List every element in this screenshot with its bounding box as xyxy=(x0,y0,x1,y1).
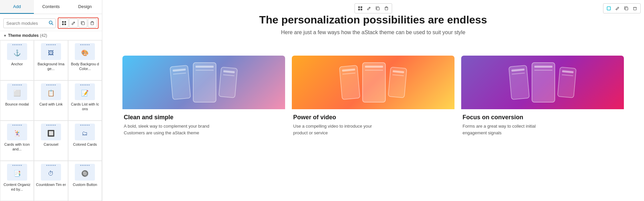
module-body-icon-area: 🎨 xyxy=(75,43,95,60)
module-colored-cards[interactable]: 🗂 Colored Cards xyxy=(68,121,102,161)
modal-icon: ⬜ xyxy=(13,89,21,97)
module-anchor-icon-area: ⚓ xyxy=(7,43,27,60)
module-content-icon-area: 📑 xyxy=(7,164,27,181)
theme-count: (42) xyxy=(40,33,47,38)
tabs-bar: Add Contents Design xyxy=(0,0,102,14)
cards-row: Clean and simple A bold, sleek way to co… xyxy=(102,56,644,144)
edit-button-left[interactable] xyxy=(69,19,78,27)
mock-screen-2 xyxy=(193,62,216,103)
card-clean-text1: A bold, sleek way to complement your bra… xyxy=(124,123,284,130)
module-custom-btn-label: Custom Button xyxy=(73,182,97,187)
edit-icon xyxy=(367,6,371,10)
svg-rect-2 xyxy=(62,21,64,23)
module-custom-button[interactable]: 🔘 Custom Button xyxy=(68,161,102,201)
edit-icon xyxy=(71,21,75,25)
mock-screen-3 xyxy=(218,67,238,98)
search-input[interactable] xyxy=(4,19,55,28)
grid-icon xyxy=(62,21,66,25)
card-conversion-title: Focus on conversion xyxy=(463,114,623,121)
drag-dots xyxy=(46,165,56,166)
module-countdown[interactable]: ⏱ Countdown Tim er xyxy=(34,161,68,201)
delete-button-left[interactable] xyxy=(88,19,97,27)
drag-dots xyxy=(80,125,90,126)
card-purple-image xyxy=(461,56,624,109)
tab-add[interactable]: Add xyxy=(0,0,34,14)
module-cards-list-icon-area: 📝 xyxy=(75,83,95,100)
tab-contents[interactable]: Contents xyxy=(34,0,68,14)
card-video-text2: product or service xyxy=(293,130,453,136)
mock-screen-8 xyxy=(532,62,555,103)
drag-dots xyxy=(80,44,90,45)
drag-dots xyxy=(46,44,56,45)
content-icon: 📑 xyxy=(13,170,21,177)
card-video-title: Power of video xyxy=(293,114,453,121)
main-delete-button[interactable] xyxy=(382,4,390,12)
trash-icon xyxy=(90,21,94,25)
colored-cards-icon: 🗂 xyxy=(82,130,88,137)
svg-line-1 xyxy=(52,23,53,25)
tr-copy-button[interactable] xyxy=(622,4,630,12)
module-content-organized[interactable]: 📑 Content Organiz ed by... xyxy=(0,161,34,201)
module-colored-icon-area: 🗂 xyxy=(75,124,95,140)
module-card-link[interactable]: 📋 Card with Link xyxy=(34,80,68,121)
svg-rect-24 xyxy=(607,7,610,10)
image-icon: 🖼 xyxy=(48,50,54,57)
tr-delete-button[interactable] xyxy=(631,4,639,12)
card-clean-text2: Customers are using the aStack theme xyxy=(124,130,284,136)
copy-icon xyxy=(376,6,380,10)
edit-icon xyxy=(615,6,620,10)
main-edit-button[interactable] xyxy=(365,4,373,12)
module-cards-list[interactable]: 📝 Cards List with Ic ons xyxy=(68,80,102,121)
search-button[interactable] xyxy=(48,20,54,27)
card-orange-screens xyxy=(340,62,406,103)
card-power-video: Power of video Use a compelling video to… xyxy=(292,56,454,137)
cards-icon: 🃏 xyxy=(13,130,21,137)
main-copy-button[interactable] xyxy=(374,4,382,12)
module-countdown-label: Countdown Tim er xyxy=(36,182,66,187)
toolbar-icons-left xyxy=(58,17,99,29)
tr-edit-button[interactable] xyxy=(613,4,622,12)
module-cards-list-label: Cards List with Ic ons xyxy=(70,102,100,112)
card-video-text1: Use a compelling video to introduce your xyxy=(293,123,453,130)
list-icon: 📝 xyxy=(81,89,89,97)
theme-label: Theme modules xyxy=(8,33,39,38)
module-carousel-icon-area: 🔲 xyxy=(41,124,61,140)
tr-expand-button[interactable] xyxy=(605,4,613,12)
module-cards-icon[interactable]: 🃏 Cards with Icon and... xyxy=(0,121,34,161)
grid-view-button[interactable] xyxy=(60,19,68,27)
module-bounce-modal[interactable]: ⬜ Bounce modal xyxy=(0,80,34,121)
drag-dots xyxy=(12,165,22,166)
card-clean-body: Clean and simple A bold, sleek way to co… xyxy=(122,109,285,137)
drag-dots xyxy=(12,44,22,45)
copy-button-left[interactable] xyxy=(78,19,87,27)
tab-design[interactable]: Design xyxy=(68,0,102,14)
card-conversion: Focus on conversion Forms are a great wa… xyxy=(461,56,624,137)
module-colored-label: Colored Cards xyxy=(73,142,97,147)
module-bg-icon-area: 🖼 xyxy=(41,43,61,60)
drag-dots xyxy=(80,165,90,166)
svg-rect-19 xyxy=(385,7,388,10)
card-conversion-body: Focus on conversion Forms are a great wa… xyxy=(461,109,624,137)
module-carousel[interactable]: 🔲 Carousel xyxy=(34,121,68,161)
drag-dots xyxy=(12,84,22,85)
copy-icon xyxy=(624,6,628,10)
module-body-background[interactable]: 🎨 Body Backgrou d Color... xyxy=(68,40,102,80)
module-carousel-label: Carousel xyxy=(44,142,58,147)
module-anchor[interactable]: ⚓ Anchor xyxy=(0,40,34,80)
grid-icon xyxy=(358,6,362,10)
card-clean-simple: Clean and simple A bold, sleek way to co… xyxy=(122,56,285,137)
card-orange-image xyxy=(292,56,454,109)
modules-grid: ⚓ Anchor 🖼 Background Ima ge... 🎨 Body B… xyxy=(0,40,102,201)
card-conversion-text2: engagement signals xyxy=(463,130,623,136)
top-right-toolbar xyxy=(603,3,641,13)
module-custom-btn-icon-area: 🔘 xyxy=(75,164,95,181)
search-row xyxy=(3,17,99,29)
anchor-icon: ⚓ xyxy=(13,49,21,57)
module-bounce-label: Bounce modal xyxy=(5,102,29,107)
module-background-image[interactable]: 🖼 Background Ima ge... xyxy=(34,40,68,80)
mock-screen-1 xyxy=(170,65,191,100)
module-anchor-label: Anchor xyxy=(11,62,23,66)
module-countdown-icon-area: ⏱ xyxy=(41,164,61,181)
main-grid-button[interactable] xyxy=(356,4,364,12)
theme-modules-header[interactable]: ▼ Theme modules (42) xyxy=(0,31,102,40)
